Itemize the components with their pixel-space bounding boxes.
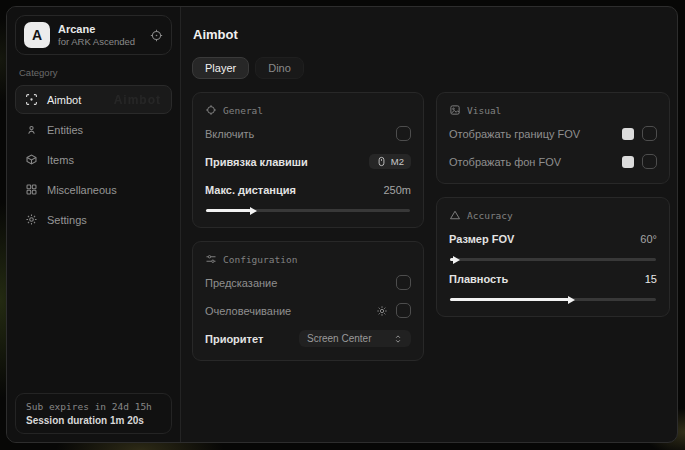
configuration-card: Configuration Предсказание Очеловечивани… xyxy=(192,241,424,361)
smoothness-row: Плавность 15 xyxy=(449,268,657,289)
keybind-label: Привязка клавиши xyxy=(205,156,308,168)
priority-row: Приоритет Screen Center xyxy=(205,328,411,349)
subscription-status-card: Sub expires in 24d 15h Session duration … xyxy=(15,393,172,434)
smoothness-label: Плавность xyxy=(449,273,508,285)
smoothness-slider[interactable] xyxy=(450,298,656,301)
distance-row: Макс. дистанция 250m xyxy=(205,179,411,200)
sidebar-nav: Aimbot Aimbot Entities xyxy=(15,85,172,234)
sidebar-item-settings[interactable]: Settings xyxy=(15,205,172,234)
fov-bg-row: Отображать фон FOV xyxy=(449,151,657,172)
app-window: A Arcane for ARK Ascended Category xyxy=(6,6,678,443)
configuration-card-header: Configuration xyxy=(205,253,411,265)
fov-size-slider[interactable] xyxy=(450,258,656,261)
fov-size-label: Размер FOV xyxy=(449,233,514,245)
sidebar-item-label: Entities xyxy=(47,124,83,136)
sidebar-item-items[interactable]: Items xyxy=(15,145,172,174)
smoothness-value: 15 xyxy=(645,273,657,285)
humanize-label: Очеловечивание xyxy=(205,305,291,317)
box-icon xyxy=(25,153,38,166)
distance-value: 250m xyxy=(383,184,411,196)
prediction-checkbox[interactable] xyxy=(396,275,411,290)
sidebar: A Arcane for ARK Ascended Category xyxy=(7,7,181,442)
app-logo: A xyxy=(24,22,50,48)
general-card: General Включить Привязка клавиши xyxy=(192,92,424,228)
fov-size-slider-fill xyxy=(450,258,454,261)
category-label: Category xyxy=(19,67,168,78)
visual-card-header: Visual xyxy=(449,104,657,116)
sliders-icon xyxy=(205,253,217,265)
priority-select[interactable]: Screen Center xyxy=(299,330,411,347)
session-duration-text: Session duration 1m 20s xyxy=(26,415,161,426)
sidebar-item-aimbot[interactable]: Aimbot Aimbot xyxy=(15,85,172,114)
priority-selected-value: Screen Center xyxy=(307,333,371,344)
left-column: General Включить Привязка клавиши xyxy=(192,92,424,361)
page-title: Aimbot xyxy=(193,27,670,42)
accuracy-card-header: Accuracy xyxy=(449,209,657,221)
sidebar-item-entities[interactable]: Entities xyxy=(15,115,172,144)
ghost-watermark: Aimbot xyxy=(114,93,161,107)
right-column: Visual Отображать границу FOV Отображать… xyxy=(436,92,670,361)
distance-slider-fill xyxy=(206,209,251,212)
app-title: Arcane xyxy=(58,23,135,35)
triangle-icon xyxy=(449,209,461,221)
enable-label: Включить xyxy=(205,128,254,140)
fov-border-color-swatch[interactable] xyxy=(622,128,634,140)
sidebar-item-miscellaneous[interactable]: Miscellaneous xyxy=(15,175,172,204)
card-title: General xyxy=(223,105,263,116)
card-title: Accuracy xyxy=(467,210,513,221)
keybind-row: Привязка клавиши M2 xyxy=(205,151,411,172)
scope-icon xyxy=(205,104,217,116)
prediction-row: Предсказание xyxy=(205,272,411,293)
humanize-checkbox[interactable] xyxy=(396,303,411,318)
person-scan-icon xyxy=(25,123,38,136)
screen: A Arcane for ARK Ascended Category xyxy=(0,0,685,450)
tab-bar: Player Dino xyxy=(192,57,670,79)
sub-expires-text: Sub expires in 24d 15h xyxy=(26,401,161,412)
prediction-label: Предсказание xyxy=(205,277,277,289)
logo-card: A Arcane for ARK Ascended xyxy=(15,15,172,55)
visual-card: Visual Отображать границу FOV Отображать… xyxy=(436,92,670,184)
card-title: Visual xyxy=(467,105,501,116)
fov-bg-checkbox[interactable] xyxy=(642,154,657,169)
priority-label: Приоритет xyxy=(205,333,263,345)
sidebar-item-label: Miscellaneous xyxy=(47,184,117,196)
card-title: Configuration xyxy=(223,254,297,265)
sidebar-item-label: Settings xyxy=(47,214,87,226)
content-grid: General Включить Привязка клавиши xyxy=(192,92,670,361)
fov-bg-color-swatch[interactable] xyxy=(622,156,634,168)
target-icon[interactable] xyxy=(150,29,163,42)
chevrons-updown-icon xyxy=(393,334,403,344)
accuracy-card: Accuracy Размер FOV 60° Плавность xyxy=(436,197,670,317)
distance-slider[interactable] xyxy=(206,209,410,212)
gear-icon xyxy=(25,213,38,226)
fov-size-value: 60° xyxy=(640,233,657,245)
crosshair-icon xyxy=(25,93,38,106)
smoothness-slider-fill xyxy=(450,298,569,301)
keybind-value: M2 xyxy=(391,156,404,167)
mouse-icon xyxy=(376,156,387,167)
image-icon xyxy=(449,104,461,116)
sidebar-item-label: Items xyxy=(47,154,74,166)
sidebar-item-label: Aimbot xyxy=(47,94,81,106)
fov-border-label: Отображать границу FOV xyxy=(449,128,580,140)
main-panel: Aimbot Player Dino General xyxy=(181,7,678,442)
fov-border-checkbox[interactable] xyxy=(642,126,657,141)
app-subtitle: for ARK Ascended xyxy=(58,36,135,47)
enable-row: Включить xyxy=(205,123,411,144)
tab-player[interactable]: Player xyxy=(192,57,249,79)
enable-checkbox[interactable] xyxy=(396,126,411,141)
tab-dino[interactable]: Dino xyxy=(255,57,304,79)
gear-icon[interactable] xyxy=(376,305,388,317)
logo-text: Arcane for ARK Ascended xyxy=(58,23,135,47)
fov-bg-label: Отображать фон FOV xyxy=(449,156,561,168)
general-card-header: General xyxy=(205,104,411,116)
distance-label: Макс. дистанция xyxy=(205,184,296,196)
humanize-row: Очеловечивание xyxy=(205,300,411,321)
fov-border-row: Отображать границу FOV xyxy=(449,123,657,144)
keybind-button[interactable]: M2 xyxy=(369,154,411,169)
fov-size-row: Размер FOV 60° xyxy=(449,228,657,249)
grid-icon xyxy=(25,183,38,196)
